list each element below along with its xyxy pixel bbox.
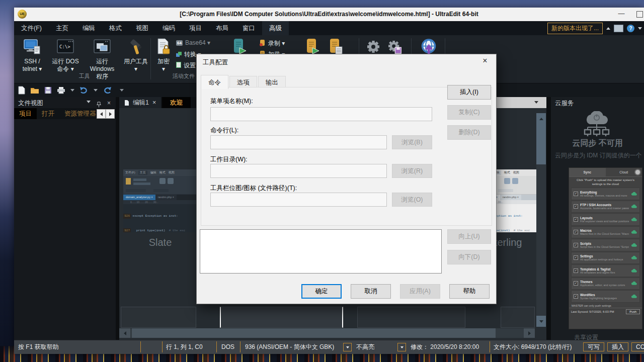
menu-edit[interactable]: 编辑 [75,21,102,35]
maximize-button[interactable] [636,11,643,18]
checkbox-icon[interactable]: ✓ [574,255,578,260]
highlight-dropdown-icon[interactable] [397,343,406,351]
menu-project[interactable]: 项目 [182,21,209,35]
checkbox-icon[interactable]: ✓ [574,294,578,299]
vertical-scrollbar[interactable] [536,113,546,327]
tab-project[interactable]: 项目 [14,108,37,119]
tab-explorer[interactable]: 资源管理器 [59,108,99,119]
print-icon[interactable] [57,86,65,94]
undo-icon[interactable] [79,86,89,94]
encoding-dropdown-icon[interactable] [343,343,352,351]
menu-file[interactable]: 文件(F) [14,21,49,35]
checkbox-icon[interactable]: ✓ [574,268,578,273]
sync-item[interactable]: ✓EverythingAll settings, themes, macros … [571,188,640,200]
menu-home[interactable]: 主页 [49,21,75,35]
sync-tab[interactable]: Sync [569,168,606,176]
apply-button[interactable]: 应用(A) [400,284,440,299]
undo-dropdown-icon[interactable] [94,89,98,92]
checkbox-icon[interactable]: ✓ [574,204,578,209]
sync-item[interactable]: ✓FTP / SSH AccountsAccounts, bookmarks a… [571,201,640,213]
sync-item[interactable]: ✓ScriptsScript files in the Cloud Servic… [571,239,640,251]
move-down-button[interactable]: 向下(D) [447,250,491,264]
tab-scroll-right-icon[interactable] [106,109,115,119]
menu-item-name-input[interactable] [210,107,432,121]
tab-welcome[interactable]: 欢迎 [162,97,191,108]
checkbox-icon[interactable]: ✓ [574,243,578,247]
save-icon[interactable] [44,86,52,94]
welcome-card[interactable] [501,307,535,328]
tab-edit1[interactable]: 编辑1 × [119,97,161,108]
delete-button[interactable]: 删除(D) [447,125,491,140]
close-tab-icon[interactable]: × [152,99,156,106]
horizontal-scrollbar[interactable] [119,328,535,338]
new-file-icon[interactable] [18,86,25,95]
gear-icon[interactable] [635,170,640,174]
tab-scroll-left-icon[interactable] [97,109,106,119]
menu-encoding[interactable]: 编码 [155,21,182,35]
sync-item[interactable]: ✓ThemesApplication, editor, and syntax c… [571,278,640,290]
sync-item[interactable]: ✓Templates & TaglistAll templates and ta… [571,264,640,277]
checkbox-icon[interactable]: ✓ [574,192,578,196]
toolbar-bitmap-input[interactable] [210,193,387,207]
base64-button[interactable]: 64 Base64 ▾ [176,39,210,46]
help-icon[interactable]: ? [627,25,634,32]
collapse-ribbon-icon[interactable] [606,27,610,30]
scroll-left-icon[interactable] [119,328,130,338]
tab-command[interactable]: 命令 [201,75,228,89]
sync-item[interactable]: ✓WordfilesSyntax highlighting languages [571,290,640,303]
menu-layout[interactable]: 布局 [209,21,235,35]
status-cursor-position[interactable]: 行 1, 列 1, C0 [166,340,203,353]
browse-bitmap-button[interactable]: 浏览(O) [392,193,432,207]
scroll-down-icon[interactable] [536,316,546,327]
status-writable-toggle[interactable]: 可写 [583,342,604,351]
redo-icon[interactable] [103,86,112,94]
menu-advanced[interactable]: 高级 [262,21,289,35]
sync-item[interactable]: ✓MacrosMacro files in the Cloud Services… [571,226,640,239]
status-column-mode-toggle[interactable]: COL [631,342,644,351]
scroll-up-icon[interactable] [536,113,546,124]
record-macro-button[interactable]: 录制 ▾ [259,39,285,48]
panel-menu-icon[interactable] [87,101,91,103]
sync-item[interactable]: ✓LayoutsFile explorer views and toolbar … [571,213,640,226]
settings-button[interactable]: 设置 [176,61,196,70]
status-insert-mode-toggle[interactable]: 插入 [607,342,628,351]
command-line-input[interactable] [210,135,387,149]
toolbar-overflow-icon[interactable] [120,89,124,92]
working-directory-input[interactable] [210,164,387,178]
copy-button[interactable]: 复制(C) [447,105,491,120]
tool-list-box[interactable] [200,229,442,274]
ssh-telnet-button[interactable]: SSH /telnet ▾ [18,37,46,73]
ribbon-display-options-icon[interactable] [614,25,623,32]
print-dropdown-icon[interactable] [70,89,74,92]
checkbox-icon[interactable]: ✓ [574,217,578,222]
cancel-button[interactable]: 取消 [351,284,391,299]
vertical-scroll-thumb[interactable] [536,124,546,164]
welcome-card[interactable] [121,307,196,328]
status-encoding[interactable]: 936 (ANSI/OEM - 简体中文 GBK) [245,340,334,353]
push-button[interactable]: Push [626,309,640,314]
scroll-right-icon[interactable] [524,328,535,338]
checkbox-icon[interactable]: ✓ [574,230,578,234]
menu-window[interactable]: 窗口 [235,21,262,35]
help-button[interactable]: 帮助 [449,284,490,299]
dialog-close-icon[interactable]: × [479,56,491,65]
theme-preview-slate[interactable]: 文件(F)主页编辑格式视图 domain_analyzer.py ×randim… [123,169,197,232]
encrypt-button[interactable]: 加密▾ [153,37,174,73]
welcome-card-selected[interactable] [220,307,343,328]
horizontal-scroll-thumb[interactable] [132,328,496,338]
update-notice-button[interactable]: 新的版本出现了... [547,23,603,34]
chevron-down-icon[interactable] [638,27,642,30]
browse-command-button[interactable]: 浏览(B) [392,135,432,149]
minimize-button[interactable]: — [615,8,628,21]
user-tools-button[interactable]: 用户工具▾ [121,37,150,73]
ok-button[interactable]: 确定 [301,284,342,299]
tab-open[interactable]: 打开 [37,108,59,119]
menu-format[interactable]: 格式 [102,21,129,35]
open-folder-icon[interactable] [30,86,39,94]
panel-splitter[interactable] [546,97,551,340]
checkbox-icon[interactable]: ✓ [574,281,578,286]
status-highlight-mode[interactable]: 不高亮 [356,340,374,353]
menu-view[interactable]: 视图 [129,21,155,35]
sync-item[interactable]: ✓SettingsAll application settings and ho… [571,252,640,264]
move-up-button[interactable]: 向上(U) [447,229,491,244]
